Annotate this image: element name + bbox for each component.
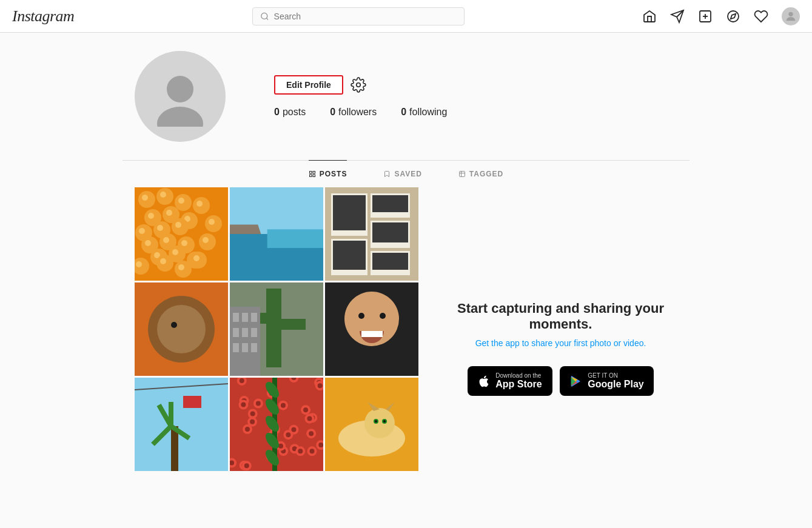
avatar-placeholder-icon — [150, 66, 210, 127]
settings-button[interactable] — [351, 77, 366, 93]
svg-line-1 — [266, 18, 268, 19]
header: Instagram — [0, 0, 812, 33]
posts-stat[interactable]: 0 posts — [274, 107, 306, 118]
grid-cell-9[interactable] — [325, 378, 418, 471]
app-store-text: Download on the App Store — [495, 372, 542, 390]
tab-tagged-label: TAGGED — [469, 170, 503, 178]
grid-cell-6[interactable] — [325, 282, 418, 376]
tab-saved[interactable]: SAVED — [383, 160, 421, 187]
grid-cell-4[interactable] — [135, 282, 228, 376]
followers-count: 0 — [330, 107, 335, 118]
promo-title: Start capturing and sharing your moments… — [444, 301, 677, 332]
svg-rect-17 — [459, 172, 465, 177]
profile-section: Edit Profile 0 posts 0 followers 0 follo… — [122, 51, 690, 142]
app-buttons: Download on the App Store GET IT ON Goog… — [468, 366, 653, 396]
following-count: 0 — [401, 107, 406, 118]
grid-icon — [309, 170, 316, 178]
grid-cell-7[interactable] — [135, 378, 228, 471]
google-play-large: Google Play — [588, 379, 643, 390]
google-play-small: GET IT ON — [588, 372, 643, 379]
followers-stat[interactable]: 0 followers — [330, 107, 377, 118]
svg-marker-8 — [731, 13, 736, 18]
posts-label: posts — [283, 107, 306, 118]
svg-rect-14 — [313, 172, 315, 174]
google-play-text: GET IT ON Google Play — [588, 372, 643, 390]
svg-point-7 — [728, 11, 739, 22]
app-store-small: Download on the — [495, 372, 542, 379]
svg-point-10 — [167, 76, 193, 102]
grid-row-1 — [135, 187, 420, 281]
grid-cell-2[interactable] — [230, 187, 323, 281]
profile-actions: Edit Profile — [274, 75, 677, 95]
promo-section: Start capturing and sharing your moments… — [444, 187, 677, 473]
user-avatar[interactable] — [782, 7, 800, 25]
header-nav — [642, 7, 800, 25]
profile-tabs: POSTS SAVED TAGGED — [122, 161, 690, 187]
svg-point-12 — [357, 83, 361, 87]
profile-info: Edit Profile 0 posts 0 followers 0 follo… — [274, 75, 677, 118]
svg-point-11 — [157, 107, 203, 127]
heart-icon[interactable] — [754, 9, 768, 24]
followers-label: followers — [338, 107, 377, 118]
promo-subtitle: Get the app to share your first photo or… — [475, 338, 646, 348]
bookmark-icon — [383, 170, 391, 178]
grid-row-3 — [135, 378, 420, 471]
search-icon — [260, 12, 269, 21]
posts-grid — [135, 187, 420, 473]
following-stat[interactable]: 0 following — [401, 107, 447, 118]
edit-profile-button[interactable]: Edit Profile — [274, 75, 343, 95]
tab-tagged[interactable]: TAGGED — [458, 160, 503, 187]
add-icon[interactable] — [698, 9, 713, 24]
svg-point-0 — [261, 13, 267, 19]
explore-icon[interactable] — [726, 9, 740, 24]
grid-cell-5[interactable] — [230, 282, 323, 376]
tab-saved-label: SAVED — [394, 170, 421, 178]
app-store-button[interactable]: Download on the App Store — [468, 366, 552, 396]
google-play-button[interactable]: GET IT ON Google Play — [560, 366, 653, 396]
profile-stats: 0 posts 0 followers 0 following — [274, 107, 677, 118]
following-label: following — [409, 107, 447, 118]
grid-cell-3[interactable] — [325, 187, 418, 281]
grid-cell-8[interactable] — [230, 378, 323, 471]
posts-count: 0 — [274, 107, 280, 118]
search-bar[interactable] — [252, 7, 465, 25]
apple-icon — [477, 375, 491, 388]
main-content: Start capturing and sharing your moments… — [122, 187, 690, 497]
settings-icon — [351, 77, 366, 93]
app-store-large: App Store — [495, 379, 542, 390]
send-icon[interactable] — [670, 9, 685, 24]
svg-rect-16 — [313, 175, 315, 177]
grid-cell-1[interactable] — [135, 187, 228, 281]
google-play-icon — [569, 375, 583, 388]
search-input[interactable] — [274, 12, 457, 21]
tag-icon — [458, 170, 466, 178]
profile-avatar[interactable] — [135, 51, 226, 142]
tab-posts[interactable]: POSTS — [309, 160, 347, 187]
svg-rect-13 — [309, 172, 312, 174]
svg-point-9 — [788, 12, 793, 16]
svg-rect-15 — [309, 175, 312, 177]
grid-row-2 — [135, 282, 420, 376]
tab-posts-label: POSTS — [320, 170, 347, 178]
home-icon[interactable] — [642, 9, 657, 24]
instagram-logo: Instagram — [12, 7, 74, 25]
